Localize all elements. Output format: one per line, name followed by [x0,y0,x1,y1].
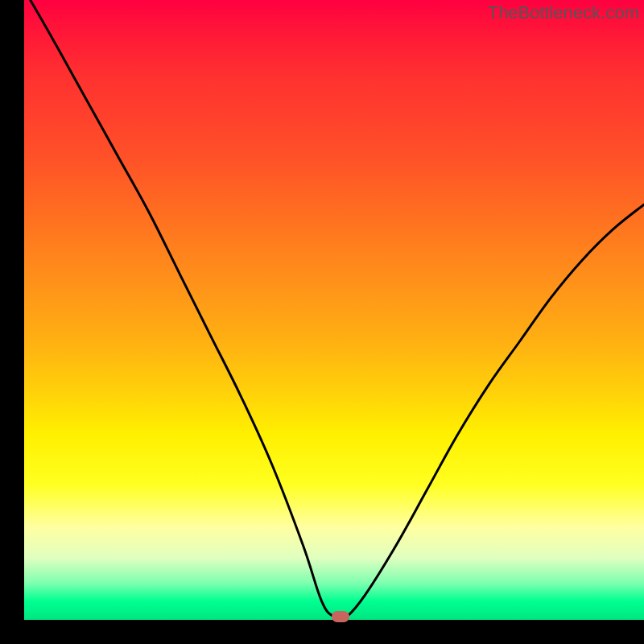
curve-svg [24,0,644,620]
bottleneck-curve [31,0,644,619]
optimum-marker [332,611,349,622]
chart-container: TheBottleneck.com [0,0,644,644]
watermark-text: TheBottleneck.com [488,2,639,23]
